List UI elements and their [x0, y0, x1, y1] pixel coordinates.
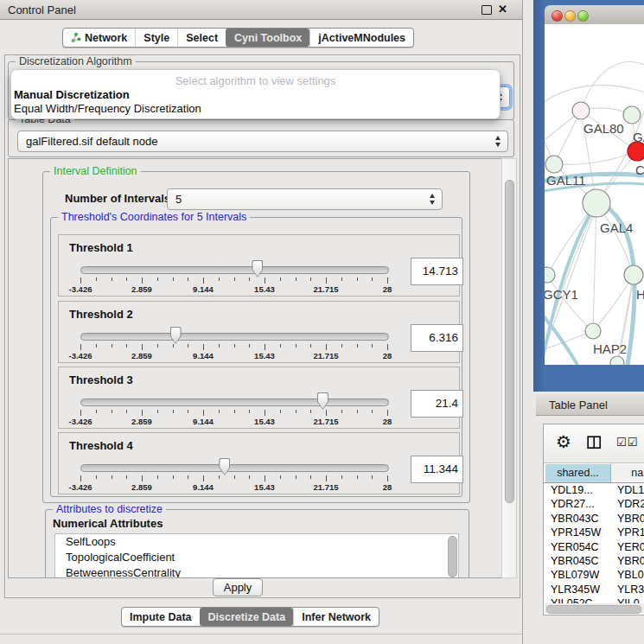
slider-tick: [96, 410, 97, 413]
slider-thumb[interactable]: [170, 327, 182, 344]
network-node[interactable]: [545, 156, 563, 173]
slider-thumb[interactable]: [317, 392, 328, 410]
threshold-value-field[interactable]: 6.316: [411, 324, 463, 352]
table-row[interactable]: YBR045CYBR0...: [544, 554, 644, 568]
table-cell[interactable]: YBR043C: [544, 512, 610, 526]
tab-style[interactable]: Style: [135, 29, 177, 47]
number-of-intervals-spinner[interactable]: 5: [167, 188, 443, 210]
table-cell[interactable]: YLR345W: [544, 583, 610, 596]
column-header-name[interactable]: name: [611, 464, 644, 482]
network-node[interactable]: [628, 142, 644, 161]
gear-icon[interactable]: ⚙: [556, 432, 571, 451]
column-header-shared-name[interactable]: shared...: [545, 464, 611, 482]
zoom-traffic-light-icon[interactable]: [577, 10, 589, 22]
close-traffic-light-icon[interactable]: [552, 10, 563, 22]
apply-button[interactable]: Apply: [213, 578, 263, 596]
threshold-value-field[interactable]: 11.344: [411, 456, 463, 483]
table-cell[interactable]: YBR0...: [610, 512, 644, 526]
table-row[interactable]: YDR27...YDR2...: [544, 497, 644, 511]
slider-tick-label: 2.859: [131, 284, 152, 294]
slider-tick: [387, 475, 388, 481]
slider-tick: [310, 344, 311, 348]
table-row[interactable]: YBL079WYBL0...: [544, 568, 644, 582]
table-cell[interactable]: YER0...: [610, 540, 644, 554]
table-cell[interactable]: YDL19...: [544, 483, 610, 497]
network-node[interactable]: [623, 106, 641, 124]
tab-label: Style: [143, 32, 169, 44]
table-cell[interactable]: YPR145W: [544, 526, 610, 539]
spinner-arrows-icon: [429, 193, 437, 206]
close-icon[interactable]: ✕: [498, 3, 507, 16]
vertical-scrollbar-thumb[interactable]: [505, 180, 514, 503]
attributes-group-label: Attributes to discretize: [53, 503, 166, 515]
table-cell[interactable]: YBL079W: [544, 568, 610, 582]
network-node[interactable]: [585, 323, 601, 339]
table-row[interactable]: YLR345WYLR3...: [544, 583, 644, 596]
slider-track[interactable]: [80, 333, 389, 341]
network-edge[interactable]: [593, 275, 634, 331]
slider-track[interactable]: [80, 266, 389, 274]
attribute-item-betweennesscentrality[interactable]: BetweennessCentrality: [55, 565, 458, 578]
table-cell[interactable]: YPR1...: [610, 526, 644, 539]
slider-track[interactable]: [80, 464, 389, 472]
network-canvas[interactable]: GAL80GACGAL11GAL4GCY1HHAP2: [545, 24, 644, 365]
network-node[interactable]: [624, 265, 643, 284]
table-cell[interactable]: YER054C: [544, 540, 610, 554]
slider-track[interactable]: [80, 399, 389, 406]
table-row[interactable]: YPR145WYPR1...: [544, 526, 644, 539]
network-edge-thick[interactable]: [545, 309, 577, 365]
table-row[interactable]: YER054CYER0...: [544, 540, 644, 554]
tab-infer-network[interactable]: Infer Network: [293, 608, 379, 626]
table-cell[interactable]: YDR27...: [544, 497, 610, 511]
list-scrollbar[interactable]: [448, 536, 457, 577]
tab-cyni-toolbox[interactable]: Cyni Toolbox: [226, 29, 309, 47]
table-cell[interactable]: YBR045C: [544, 554, 610, 568]
slider-tick: [234, 475, 235, 479]
table-horizontal-scrollbar[interactable]: [545, 603, 644, 613]
network-window-titlebar[interactable]: [545, 5, 644, 25]
threshold-value-field[interactable]: 21.4: [411, 390, 463, 418]
columns-icon[interactable]: [587, 436, 602, 453]
numerical-attributes-list[interactable]: SelfLoopsTopologicalCoefficientBetweenne…: [54, 533, 459, 578]
table-row[interactable]: YBR043CYBR0...: [544, 512, 644, 526]
vertical-scrollbar[interactable]: [501, 158, 517, 578]
slider-tick: [126, 277, 127, 281]
slider-thumb[interactable]: [219, 458, 230, 475]
table-cell[interactable]: YLR3...: [610, 583, 644, 596]
network-edge[interactable]: [593, 203, 596, 331]
minimize-traffic-light-icon[interactable]: [564, 10, 576, 22]
tab-discretize-data[interactable]: Discretize Data: [200, 608, 294, 626]
tab-jactivemnodules[interactable]: jActiveMNodules: [309, 29, 413, 47]
menu-item-equal-width-frequency[interactable]: Equal Width/Frequency Discretization: [14, 102, 201, 115]
tab-impute-data[interactable]: Impute Data: [122, 608, 200, 626]
slider-tick-label: 9.144: [193, 417, 214, 426]
app-root: Control Panel ✕ NetworkStyleSelectCyni T…: [0, 0, 644, 644]
table-cell[interactable]: YBL0...: [610, 568, 644, 582]
table-cell[interactable]: YDR2...: [610, 497, 644, 511]
table-cell[interactable]: YDL1...: [610, 483, 644, 497]
float-window-icon[interactable]: [481, 5, 492, 15]
network-node[interactable]: [610, 356, 624, 365]
network-edge[interactable]: [581, 62, 644, 111]
select-columns-checkboxes-icon[interactable]: ☑☑: [616, 436, 638, 449]
table-row[interactable]: YDL19...YDL1...: [544, 483, 644, 497]
network-node[interactable]: [545, 267, 555, 283]
network-node[interactable]: [583, 189, 610, 217]
threshold-label: Threshold 4: [69, 439, 133, 452]
menu-item-manual-discretization[interactable]: Manual Discretization: [14, 88, 130, 101]
slider-thumb[interactable]: [252, 260, 263, 277]
network-edge[interactable]: [554, 151, 637, 164]
network-edge[interactable]: [545, 85, 644, 106]
table-data-select[interactable]: galFiltered.sif default node: [17, 131, 508, 152]
table-hscrollbar-thumb[interactable]: [546, 605, 641, 614]
attribute-item-selfloops[interactable]: SelfLoops: [55, 534, 458, 550]
tab-select[interactable]: Select: [177, 29, 226, 47]
table-panel: Table Panel ⚙ ☑☑ shared... name YDL19...…: [536, 394, 644, 644]
tab-network[interactable]: Network: [63, 29, 135, 47]
network-node[interactable]: [572, 102, 590, 119]
tab-label: Impute Data: [130, 611, 192, 623]
attribute-item-topologicalcoefficient[interactable]: TopologicalCoefficient: [55, 550, 458, 565]
table-cell[interactable]: YBR0...: [610, 554, 644, 568]
threshold-value-field[interactable]: 14.713: [411, 258, 463, 285]
slider-tick: [80, 344, 81, 350]
